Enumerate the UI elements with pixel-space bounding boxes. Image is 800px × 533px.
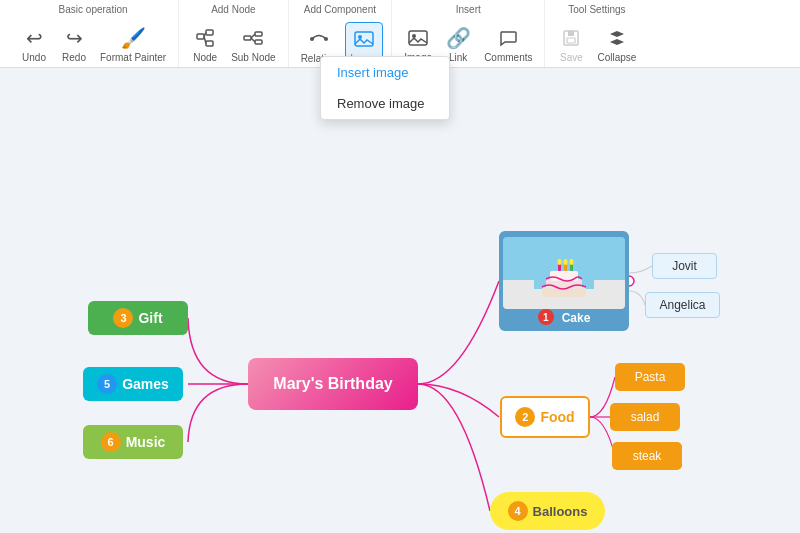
central-label: Mary's Birthday bbox=[273, 375, 392, 393]
node-pasta[interactable]: Pasta bbox=[615, 363, 685, 391]
node-music[interactable]: 6 Music bbox=[83, 425, 183, 459]
dropdown-insert-image[interactable]: Insert image bbox=[321, 57, 449, 88]
node-cake[interactable]: 1 Cake bbox=[499, 231, 629, 331]
add-node-items: Node Sub Node bbox=[187, 22, 279, 65]
pasta-label: Pasta bbox=[635, 370, 666, 384]
node-salad[interactable]: salad bbox=[610, 403, 680, 431]
node-games[interactable]: 5 Games bbox=[83, 367, 183, 401]
collapse-label: Collapse bbox=[597, 52, 636, 63]
salad-label: salad bbox=[631, 410, 660, 424]
group-label-basic: Basic operation bbox=[59, 4, 128, 15]
node-balloons[interactable]: 4 Balloons bbox=[490, 492, 605, 530]
games-badge: 5 bbox=[97, 374, 117, 394]
dropdown-remove-image[interactable]: Remove image bbox=[321, 88, 449, 119]
svg-rect-7 bbox=[255, 40, 262, 44]
jovit-label: Jovit bbox=[672, 259, 697, 273]
svg-rect-18 bbox=[568, 31, 574, 36]
svg-line-3 bbox=[204, 33, 206, 37]
node-gift[interactable]: 3 Gift bbox=[88, 301, 188, 335]
toolbar-group-add-node: Add Node Node Sub Node bbox=[179, 0, 288, 67]
collapse-icon bbox=[606, 24, 628, 52]
canvas: 3 Gift 5 Games 6 Music Mary's Birthday bbox=[0, 68, 800, 533]
svg-rect-6 bbox=[255, 32, 262, 36]
svg-rect-5 bbox=[244, 36, 251, 40]
dropdown-menu: Insert image Remove image bbox=[320, 56, 450, 120]
collapse-button[interactable]: Collapse bbox=[593, 22, 640, 65]
undo-label: Undo bbox=[22, 52, 46, 63]
group-label-add-node: Add Node bbox=[211, 4, 255, 15]
link-label: Link bbox=[449, 52, 467, 63]
svg-line-4 bbox=[204, 37, 206, 44]
balloons-label: Balloons bbox=[533, 504, 588, 519]
svg-rect-19 bbox=[567, 38, 575, 43]
gift-label: Gift bbox=[138, 310, 162, 326]
insert-image-icon bbox=[407, 24, 429, 52]
svg-line-8 bbox=[251, 34, 255, 38]
undo-button[interactable]: ↩ Undo bbox=[16, 22, 52, 65]
gift-badge: 3 bbox=[113, 308, 133, 328]
cake-image bbox=[503, 237, 625, 309]
redo-label: Redo bbox=[62, 52, 86, 63]
balloons-badge: 4 bbox=[508, 501, 528, 521]
node-jovit[interactable]: Jovit bbox=[652, 253, 717, 279]
group-label-insert: Insert bbox=[456, 4, 481, 15]
format-painter-icon: 🖌️ bbox=[121, 24, 146, 52]
svg-rect-2 bbox=[206, 41, 213, 46]
format-painter-button[interactable]: 🖌️ Format Painter bbox=[96, 22, 170, 65]
save-button[interactable]: Save bbox=[553, 22, 589, 65]
svg-point-28 bbox=[558, 259, 562, 265]
comments-icon bbox=[497, 24, 519, 52]
svg-point-30 bbox=[570, 259, 574, 265]
sub-node-icon bbox=[242, 24, 264, 52]
link-icon: 🔗 bbox=[446, 24, 471, 52]
tool-settings-items: Save Collapse bbox=[553, 22, 640, 65]
redo-button[interactable]: ↪ Redo bbox=[56, 22, 92, 65]
comments-button[interactable]: Comments bbox=[480, 22, 536, 65]
music-label: Music bbox=[126, 434, 166, 450]
toolbar-group-tool-settings: Tool Settings Save Collapse bbox=[545, 0, 648, 67]
food-label: Food bbox=[540, 409, 574, 425]
node-central[interactable]: Mary's Birthday bbox=[248, 358, 418, 410]
node-angelica[interactable]: Angelica bbox=[645, 292, 720, 318]
cake-label: Cake bbox=[562, 311, 591, 325]
games-label: Games bbox=[122, 376, 169, 392]
sub-node-button[interactable]: Sub Node bbox=[227, 22, 279, 65]
node-button[interactable]: Node bbox=[187, 22, 223, 65]
svg-point-29 bbox=[564, 259, 568, 265]
toolbar-group-basic: Basic operation ↩ Undo ↪ Redo 🖌️ Format … bbox=[8, 0, 179, 67]
svg-point-11 bbox=[310, 37, 314, 41]
steak-label: steak bbox=[633, 449, 662, 463]
angelica-label: Angelica bbox=[659, 298, 705, 312]
cake-label-row: 1 Cake bbox=[538, 309, 591, 325]
food-badge: 2 bbox=[515, 407, 535, 427]
relation-icon bbox=[308, 25, 330, 53]
redo-icon: ↪ bbox=[66, 24, 83, 52]
group-label-tool-settings: Tool Settings bbox=[568, 4, 625, 15]
image-component-icon bbox=[353, 25, 375, 53]
node-food[interactable]: 2 Food bbox=[500, 396, 590, 438]
comments-label: Comments bbox=[484, 52, 532, 63]
basic-items: ↩ Undo ↪ Redo 🖌️ Format Painter bbox=[16, 22, 170, 65]
group-label-add-component: Add Component bbox=[304, 4, 376, 15]
node-icon bbox=[194, 24, 216, 52]
cake-svg bbox=[534, 249, 594, 309]
music-badge: 6 bbox=[101, 432, 121, 452]
svg-rect-1 bbox=[206, 30, 213, 35]
save-label: Save bbox=[560, 52, 583, 63]
save-icon bbox=[560, 24, 582, 52]
svg-point-12 bbox=[324, 37, 328, 41]
node-label: Node bbox=[193, 52, 217, 63]
cake-badge: 1 bbox=[538, 309, 554, 325]
undo-icon: ↩ bbox=[26, 24, 43, 52]
svg-rect-31 bbox=[534, 297, 594, 309]
node-steak[interactable]: steak bbox=[612, 442, 682, 470]
svg-rect-0 bbox=[197, 34, 204, 39]
svg-line-9 bbox=[251, 38, 255, 42]
format-painter-label: Format Painter bbox=[100, 52, 166, 63]
sub-node-label: Sub Node bbox=[231, 52, 275, 63]
